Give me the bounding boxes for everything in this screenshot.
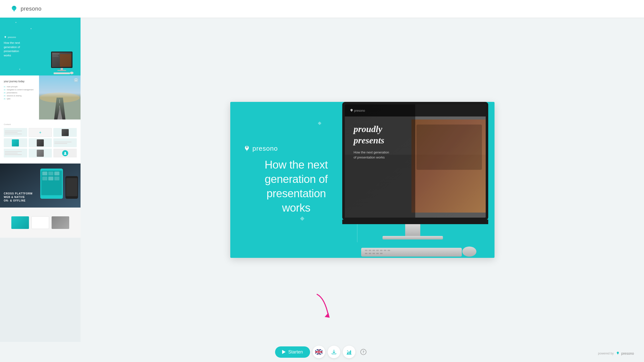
arrow-annotation <box>310 293 335 322</box>
svg-rect-63 <box>315 349 322 354</box>
imac-thumbnail <box>49 50 76 75</box>
svg-text:proudly: proudly <box>353 124 383 134</box>
slide-1-right <box>44 18 81 75</box>
svg-line-67 <box>315 349 322 354</box>
svg-text:?: ? <box>362 350 364 354</box>
analytics-button[interactable] <box>343 346 355 358</box>
imac-svg: presono proudly presents How the next ge… <box>328 102 495 258</box>
slide-preview: presono How the next generation of prese… <box>230 102 495 258</box>
svg-rect-56 <box>365 253 367 254</box>
svg-rect-72 <box>347 352 348 354</box>
svg-line-65 <box>315 349 322 354</box>
svg-point-61 <box>462 247 476 257</box>
svg-rect-60 <box>380 253 383 254</box>
slide-4-text: CROSS PLATTFORMWEB & NATIVEON- & OFFLINE <box>4 192 32 203</box>
svg-rect-27 <box>48 177 53 180</box>
toolbar-center: Starten <box>275 346 369 358</box>
svg-text:presents: presents <box>353 135 384 145</box>
download-icon <box>331 349 337 355</box>
preview-presono-text-label: presono <box>252 145 278 152</box>
add-icon: + <box>39 130 41 135</box>
svg-rect-4 <box>52 53 59 54</box>
powered-logo-icon <box>616 351 620 356</box>
svg-point-76 <box>347 350 348 351</box>
deco-star-2: ✦ <box>30 28 32 30</box>
svg-rect-73 <box>349 351 350 354</box>
imac-mockup: presono proudly presents How the next ge… <box>328 102 495 258</box>
flag-uk-icon <box>315 349 322 354</box>
slide-bookmark <box>73 77 79 83</box>
slide-thumb-4[interactable]: CROSS PLATTFORMWEB & NATIVEON- & OFFLINE <box>0 164 81 208</box>
slide-1-brand: presono <box>4 36 40 39</box>
bg-dot-3 <box>300 216 304 221</box>
slide-2-list: #1main principle #2navigation & content … <box>4 86 35 100</box>
slide-3-cell-plus[interactable]: + <box>29 128 52 137</box>
powered-brand-text: presono <box>621 351 634 355</box>
road-scene <box>39 75 81 119</box>
deco-star-3: ✦ <box>19 68 21 70</box>
svg-rect-54 <box>384 250 386 251</box>
starten-label: Starten <box>288 349 303 355</box>
svg-rect-23 <box>42 172 47 175</box>
svg-rect-38 <box>345 104 415 218</box>
slide-thumb-1[interactable]: presono How the next generation ofpresen… <box>0 18 81 75</box>
slide-thumb-3[interactable]: Content + <box>0 119 81 164</box>
svg-rect-71 <box>319 349 319 354</box>
list-item: #2navigation & content management <box>4 89 35 91</box>
svg-rect-48 <box>361 248 462 257</box>
list-item: #4sessions & sharing <box>4 95 35 97</box>
slide-3-cell-8 <box>29 149 52 157</box>
play-icon <box>282 350 286 354</box>
svg-rect-22 <box>66 178 77 196</box>
svg-rect-70 <box>315 352 322 352</box>
question-mark-icon: ? <box>360 349 366 355</box>
svg-rect-58 <box>372 253 375 254</box>
slide-2-left: your journey today #1main principle #2na… <box>0 75 39 119</box>
list-item: #1main principle <box>4 86 35 88</box>
svg-rect-7 <box>61 68 63 70</box>
slide-3-cell-7 <box>4 149 27 157</box>
powered-by: powered by presono <box>598 351 634 356</box>
logo-container: presono <box>10 5 42 13</box>
svg-rect-51 <box>372 250 375 251</box>
svg-rect-26 <box>42 177 47 180</box>
slide-3-cell-3 <box>53 128 77 137</box>
language-flag-button[interactable] <box>313 346 325 358</box>
svg-rect-46 <box>405 224 420 237</box>
speaker-icon <box>62 150 68 156</box>
help-button[interactable]: ? <box>358 346 369 357</box>
powered-by-text: powered by <box>598 352 614 355</box>
svg-rect-52 <box>376 250 379 251</box>
chart-icon <box>346 349 352 355</box>
slide-2-title: your journey today <box>4 80 35 83</box>
bottom-toolbar: Starten <box>0 342 644 362</box>
deco-star-1: ✦ <box>15 21 17 24</box>
svg-point-17 <box>64 152 66 153</box>
svg-rect-55 <box>388 250 390 251</box>
app-title: presono <box>21 6 42 12</box>
svg-rect-68 <box>315 351 322 352</box>
list-item: #5Q&A <box>4 98 35 100</box>
svg-rect-24 <box>48 172 53 175</box>
svg-rect-25 <box>54 172 59 175</box>
slide-2-right <box>39 75 81 119</box>
svg-rect-74 <box>350 350 351 354</box>
presono-logo-icon <box>10 5 18 13</box>
download-button[interactable] <box>328 346 340 358</box>
svg-rect-59 <box>376 253 379 254</box>
svg-rect-8 <box>57 70 66 71</box>
list-item: #3presentations <box>4 92 35 94</box>
svg-rect-53 <box>380 250 383 251</box>
slide-3-cell <box>4 128 27 137</box>
svg-rect-3 <box>60 54 71 67</box>
slide-thumb-2[interactable]: your journey today #1main principle #2na… <box>0 75 81 119</box>
svg-text:presono: presono <box>354 109 365 112</box>
svg-rect-9 <box>54 72 70 74</box>
svg-text:How the next generation: How the next generation <box>354 150 389 154</box>
slide-3-cell-6 <box>53 138 77 147</box>
top-bar: presono <box>0 0 644 18</box>
preview-logo-icon <box>243 145 250 152</box>
slide-thumb-5[interactable] <box>0 208 81 238</box>
starten-button[interactable]: Starten <box>275 346 310 358</box>
bg-dot-1 <box>318 121 321 125</box>
